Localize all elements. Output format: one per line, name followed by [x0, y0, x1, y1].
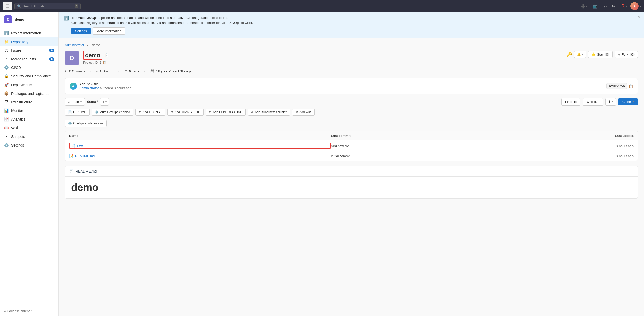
issues-icon: ◎ — [4, 48, 9, 53]
hamburger-menu-button[interactable]: ☰ — [3, 2, 12, 10]
new-item-button[interactable]: ➕ ▾ — [578, 2, 589, 10]
merge-request-button[interactable]: ⑃ ▾ — [601, 2, 609, 10]
chevron-down-icon: ▾ — [80, 100, 82, 103]
commit-message[interactable]: Add new file — [79, 82, 131, 86]
contributing-icon: ⊕ — [209, 110, 212, 114]
tags-stat[interactable]: 🏷 0 Tags — [124, 69, 139, 73]
add-wiki-button[interactable]: ⊕ Add Wiki — [292, 109, 315, 116]
project-title-section: demo 📋 Project ID: 1 📋 — [83, 51, 567, 64]
license-icon: ⊕ — [139, 110, 141, 114]
table-row: 📄 1.txt Add new file 3 hours ago — [65, 140, 638, 151]
copy-project-id-button[interactable]: 📋 — [103, 61, 107, 64]
sidebar-item-deployments[interactable]: 🚀 Deployments — [0, 81, 58, 89]
clone-button[interactable]: Clone ▾ — [618, 98, 638, 105]
branches-stat[interactable]: ⑃ 1 Branch — [96, 69, 113, 73]
branches-label: Branch — [103, 69, 113, 73]
readme-shortcut-button[interactable]: 📄 README — [65, 109, 90, 116]
sidebar-item-label: Deployments — [11, 83, 32, 87]
file-name-label: 1.txt — [77, 144, 83, 148]
sidebar-item-settings[interactable]: ⚙️ Settings — [0, 141, 58, 150]
file-readme-commit: Initial commit — [331, 154, 593, 158]
path-breadcrumb: demo / — [87, 100, 98, 104]
add-license-button[interactable]: ⊕ Add LICENSE — [135, 109, 165, 116]
web-ide-button[interactable]: Web IDE — [583, 98, 603, 106]
download-icon: ⬇ — [608, 100, 611, 104]
file-name-1txt[interactable]: 📄 1.txt — [69, 143, 331, 149]
sidebar-item-issues[interactable]: ◎ Issues 0 — [0, 46, 58, 55]
help-button[interactable]: ❓ ▾ — [618, 2, 629, 10]
collapse-sidebar-button[interactable]: « Collapse sidebar — [0, 306, 58, 316]
analytics-icon: 📈 — [4, 117, 9, 122]
table-row: 📝 README.md Initial commit 3 hours ago — [65, 151, 638, 161]
search-bar[interactable]: 🔍 Search GitLab / — [14, 3, 81, 9]
more-information-button[interactable]: More information — [93, 27, 125, 35]
copy-commit-hash-button[interactable]: 📋 — [629, 84, 633, 88]
sidebar-item-label: Settings — [11, 143, 24, 147]
sidebar-item-monitor[interactable]: 📊 Monitor — [0, 106, 58, 115]
stat-divider: · — [144, 69, 145, 73]
sidebar-item-snippets[interactable]: ✂ Snippets — [0, 132, 58, 141]
branch-selector-button[interactable]: ⑃ main ▾ — [65, 98, 85, 106]
tags-label: Tags — [132, 69, 139, 73]
sidebar-item-packages-registries[interactable]: 📦 Packages and registries — [0, 89, 58, 98]
commit-author-link[interactable]: Administrator — [79, 86, 99, 90]
security-icon: 🔒 — [4, 74, 9, 78]
add-changelog-button[interactable]: ⊕ Add CHANGELOG — [167, 109, 204, 116]
configure-integrations-button[interactable]: ⚙️ Configure Integrations — [65, 120, 107, 127]
commit-hash-value[interactable]: af0c275a — [606, 83, 627, 89]
col-update: Last update — [593, 134, 634, 138]
chevron-down-icon: ▾ — [612, 100, 613, 103]
settings-button[interactable]: Settings — [71, 28, 91, 34]
stat-divider: · — [90, 69, 91, 73]
sidebar-item-security-compliance[interactable]: 🔒 Security and Compliance — [0, 72, 58, 81]
infrastructure-icon: 🏗 — [4, 100, 9, 104]
add-contributing-button[interactable]: ⊕ Add CONTRIBUTING — [206, 109, 246, 116]
add-file-button[interactable]: + ▾ — [100, 98, 109, 106]
sidebar-item-project-information[interactable]: ℹ️ Project information — [0, 29, 58, 37]
auto-devops-shortcut-button[interactable]: ⚙️ Auto DevOps enabled — [92, 109, 133, 116]
download-button[interactable]: ⬇ ▾ — [605, 98, 616, 106]
top-navigation: ☰ 🔍 Search GitLab / ➕ ▾ 📺 ⑃ ▾ ✉ ❓ ▾ A ▾ — [0, 0, 644, 12]
plus-icon: + — [102, 100, 104, 104]
shortcuts-row: 📄 README ⚙️ Auto DevOps enabled ⊕ Add LI… — [65, 109, 638, 116]
project-title: demo — [83, 51, 102, 60]
readme-file-icon: 📄 — [69, 169, 73, 173]
copy-project-name-button[interactable]: 📋 — [104, 53, 109, 57]
sidebar-item-wiki[interactable]: 📖 Wiki — [0, 124, 58, 132]
issues-button[interactable]: ✉ — [610, 2, 617, 10]
sidebar-item-cicd[interactable]: ⚙️ CI/CD — [0, 63, 58, 72]
sidebar-item-label: Security and Compliance — [11, 74, 51, 78]
file-table: Name Last commit Last update 📄 1.txt Add… — [65, 131, 638, 161]
app-layout: D demo ℹ️ Project information 📁 Reposito… — [0, 12, 644, 316]
user-avatar-button[interactable]: A — [630, 2, 639, 10]
star-count: 0 — [605, 53, 610, 56]
find-file-button[interactable]: Find file — [561, 98, 581, 106]
monitor-icon: 📊 — [4, 108, 9, 113]
sidebar-item-analytics[interactable]: 📈 Analytics — [0, 115, 58, 124]
banner-text: The Auto DevOps pipeline has been enable… — [71, 15, 639, 35]
notifications-button[interactable]: 🔔 ▾ — [574, 51, 586, 58]
commits-icon: ↻ — [65, 69, 68, 73]
readme-icon: 📄 — [68, 110, 72, 114]
sidebar-item-merge-requests[interactable]: ⑃ Merge requests 0 — [0, 55, 58, 63]
file-name-readme[interactable]: 📝 README.md — [69, 154, 331, 158]
add-kubernetes-button[interactable]: ⊕ Add Kubernetes cluster — [248, 109, 290, 116]
sidebar-item-repository[interactable]: 📁 Repository — [0, 37, 58, 46]
fork-button[interactable]: ⑃ Fork 0 — [615, 51, 638, 58]
tv-button[interactable]: 📺 — [590, 2, 600, 10]
breadcrumb-project: demo — [92, 43, 100, 47]
sidebar-project-header[interactable]: D demo — [0, 12, 58, 27]
pin-button[interactable]: 🔑 — [567, 52, 572, 57]
branches-icon: ⑃ — [96, 69, 98, 73]
star-button[interactable]: ⭐ Star 0 — [588, 51, 613, 58]
commits-stat[interactable]: ↻ 2 Commits — [65, 69, 85, 73]
shortcuts-row-2: ⚙️ Configure Integrations — [65, 120, 638, 127]
sidebar-item-label: Issues — [11, 48, 21, 52]
project-id-line: Project ID: 1 📋 — [83, 61, 567, 64]
search-icon: 🔍 — [17, 4, 21, 8]
close-banner-button[interactable]: × — [638, 15, 640, 20]
sidebar-item-infrastructure[interactable]: 🏗 Infrastructure — [0, 98, 58, 106]
breadcrumb-admin-link[interactable]: Administrator — [65, 43, 84, 47]
path-project[interactable]: demo — [87, 100, 96, 104]
kubernetes-icon: ⊕ — [251, 110, 254, 114]
